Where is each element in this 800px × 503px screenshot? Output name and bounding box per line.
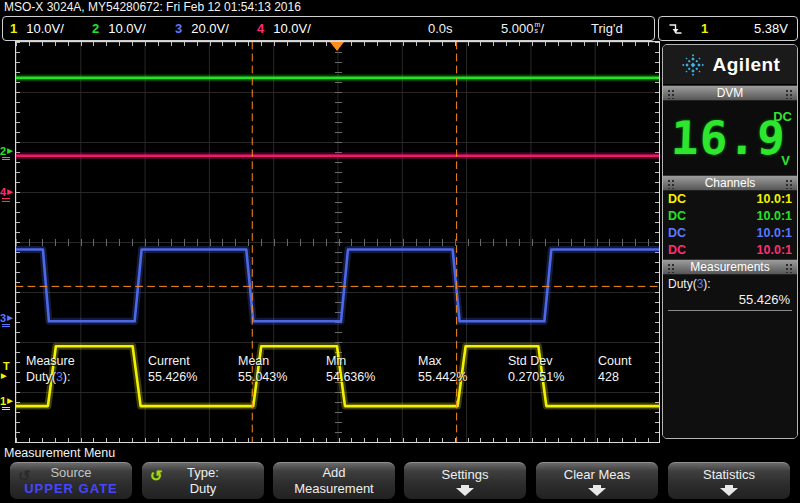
- dvm-value: 16.9: [670, 111, 787, 165]
- channel-3-trace-glow: [16, 249, 659, 321]
- agilent-spark-icon: [680, 52, 706, 78]
- channel-2-row[interactable]: DC 10.0:1: [663, 208, 797, 225]
- drag-grip-icon[interactable]: [667, 89, 675, 99]
- down-arrow-icon: [720, 488, 738, 496]
- channel-2-ground-marker[interactable]: 2▶: [0, 146, 15, 162]
- channel-1-probe: 10.0:1: [757, 191, 792, 208]
- softkey-source-value: UPPER GATE: [24, 481, 118, 497]
- channels-panel-header[interactable]: Channels: [663, 175, 797, 191]
- marker-arrow-icon: ▶: [1, 371, 6, 381]
- marker-arrow-icon: ▶: [7, 146, 12, 156]
- trigger-info-box: 1 5.38V: [658, 16, 798, 41]
- channel-2-status[interactable]: 2 10.0V/: [92, 17, 146, 40]
- drag-grip-icon[interactable]: [667, 179, 675, 189]
- dvm-display: 16.9 DC V: [663, 101, 797, 175]
- drag-grip-icon[interactable]: [667, 263, 675, 273]
- trigger-level: 5.38V: [754, 21, 788, 36]
- trigger-edge-icon: [668, 21, 683, 37]
- channel-2-probe: 10.0:1: [757, 208, 792, 225]
- marker-arrow-icon: ▶: [7, 187, 12, 197]
- panel-empty-area: [663, 311, 797, 438]
- drag-grip-icon[interactable]: [785, 263, 793, 273]
- dvm-panel-header[interactable]: DVM: [663, 85, 797, 101]
- measurement-value: 55.426%: [668, 291, 792, 310]
- softkey-clear-meas[interactable]: Clear Meas: [536, 462, 658, 499]
- softkey-source[interactable]: ↺ Source UPPER GATE: [10, 462, 132, 499]
- brand-header: Agilent: [663, 45, 797, 85]
- channel-4-number: 4: [257, 17, 264, 40]
- channel-1-row[interactable]: DC 10.0:1: [663, 191, 797, 208]
- measurements-panel-body: Duty(3): 55.426%: [663, 275, 797, 311]
- channel-3-probe: 10.0:1: [757, 225, 792, 242]
- trigger-status: Trig'd: [591, 17, 623, 40]
- channel-4-status[interactable]: 4 10.0V/: [257, 17, 311, 40]
- channel-2-scale: 10.0V/: [108, 17, 146, 40]
- ground-icon: [2, 324, 10, 329]
- channel-3-row[interactable]: DC 10.0:1: [663, 225, 797, 242]
- channel-1-status[interactable]: 1 10.0V/: [10, 17, 64, 40]
- waveform-graticule[interactable]: Measure Duty(3): Current 55.426% Mean 55…: [15, 41, 660, 443]
- dvm-unit: V: [781, 153, 790, 168]
- title-bar: MSO-X 3024A, MY54280672: Fri Feb 12 01:5…: [0, 0, 800, 15]
- channel-1-coupling: DC: [668, 191, 686, 208]
- channel-3-ground-marker[interactable]: 3▶: [0, 313, 15, 329]
- trigger-level-marker[interactable]: T ▶: [0, 361, 15, 381]
- softkey-type[interactable]: ↺ Type: Duty: [142, 462, 264, 499]
- marker-arrow-icon: ▶: [7, 396, 12, 406]
- channel-2-coupling: DC: [668, 208, 686, 225]
- channel-4-coupling: DC: [668, 242, 686, 259]
- measurements-panel-header[interactable]: Measurements: [663, 259, 797, 275]
- down-arrow-icon: [456, 488, 474, 496]
- marker-arrow-icon: ▶: [7, 313, 12, 323]
- channel-3-scale: 20.0V/: [191, 17, 229, 40]
- rotate-knob-icon: ↺: [150, 468, 163, 484]
- brand-name: Agilent: [713, 54, 781, 76]
- status-bar: 1 10.0V/ 2 10.0V/ 3 20.0V/ 4 10.0V/ 0.0s…: [2, 16, 655, 41]
- ground-icon: [2, 157, 10, 162]
- rotate-knob-icon: ↺: [18, 468, 31, 484]
- channel-3-coupling: DC: [668, 225, 686, 242]
- ground-icon: [2, 198, 10, 203]
- trigger-position-marker[interactable]: [330, 42, 344, 51]
- channel-4-scale: 10.0V/: [273, 17, 311, 40]
- channel-3-number: 3: [175, 17, 182, 40]
- channel-3-trace: [16, 249, 659, 321]
- softkey-statistics[interactable]: Statistics: [668, 462, 790, 499]
- oscilloscope-screen: MSO-X 3024A, MY54280672: Fri Feb 12 01:5…: [0, 0, 800, 503]
- softkey-source-label: Source: [50, 465, 91, 481]
- channel-3-status[interactable]: 3 20.0V/: [175, 17, 229, 40]
- channel-1-number: 1: [10, 17, 17, 40]
- menu-title: Measurement Menu: [4, 446, 115, 460]
- horizontal-position: 0.0s: [428, 17, 453, 40]
- channel-2-number: 2: [92, 17, 99, 40]
- trigger-source: 1: [701, 21, 708, 36]
- drag-grip-icon[interactable]: [785, 179, 793, 189]
- ground-icon: [2, 407, 10, 412]
- channel-1-ground-marker[interactable]: 1▶: [0, 396, 15, 412]
- side-panel: Agilent DVM 16.9 DC V Channels DC 10.0:1…: [662, 44, 798, 439]
- channel-1-scale: 10.0V/: [26, 17, 64, 40]
- waveform-canvas: [16, 42, 659, 442]
- channel-4-ground-marker[interactable]: 4▶: [0, 187, 15, 203]
- measurement-name: Duty(3):: [668, 277, 792, 291]
- softkey-type-label: Type:: [187, 465, 219, 481]
- channel-4-probe: 10.0:1: [757, 242, 792, 259]
- softkey-settings[interactable]: Settings: [404, 462, 526, 499]
- softkey-type-value: Duty: [190, 481, 217, 497]
- down-arrow-icon: [588, 488, 606, 496]
- softkey-add-measurement[interactable]: Add Measurement: [273, 462, 395, 499]
- drag-grip-icon[interactable]: [785, 89, 793, 99]
- dvm-mode: DC: [773, 109, 792, 124]
- channel-4-row[interactable]: DC 10.0:1: [663, 242, 797, 259]
- timebase: 5.000ms/: [501, 17, 544, 40]
